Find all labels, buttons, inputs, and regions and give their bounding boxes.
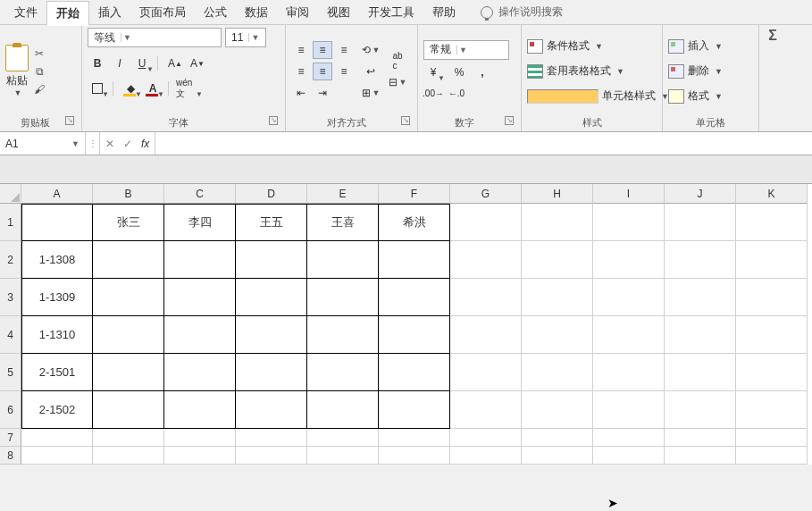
font-dialog-launcher[interactable]: ↘ [269, 116, 278, 125]
cell[interactable] [450, 429, 522, 447]
alignment-dialog-launcher[interactable]: ↘ [401, 116, 410, 125]
copy-button[interactable]: ⧉ [32, 65, 46, 78]
increase-indent-button[interactable]: ⇥ [313, 84, 332, 102]
cell-styles-button[interactable]: 单元格样式▼ [527, 85, 669, 108]
cell[interactable] [236, 316, 307, 354]
conditional-formatting-button[interactable]: 条件格式▼ [527, 35, 669, 58]
ab-wrap-button[interactable]: abc [388, 52, 407, 70]
cell[interactable] [665, 241, 736, 279]
col-header-I[interactable]: I [593, 184, 665, 204]
cell[interactable] [93, 241, 164, 279]
cell[interactable] [236, 429, 307, 447]
cell[interactable] [665, 316, 736, 354]
cell[interactable] [93, 354, 164, 391]
cell[interactable] [593, 241, 665, 279]
cell[interactable] [164, 391, 236, 429]
menu-help[interactable]: 帮助 [423, 1, 465, 24]
cell[interactable] [379, 241, 450, 279]
cell[interactable]: 1-1309 [21, 279, 93, 316]
row-header[interactable]: 1 [0, 204, 21, 241]
cell[interactable] [93, 447, 164, 465]
cell[interactable] [450, 354, 522, 391]
cell[interactable] [593, 316, 665, 354]
col-header-B[interactable]: B [93, 184, 164, 204]
align-left-button[interactable]: ≡ [291, 63, 311, 80]
cell[interactable] [593, 204, 665, 241]
col-header-G[interactable]: G [450, 184, 522, 204]
col-header-C[interactable]: C [164, 184, 236, 204]
cell[interactable] [736, 241, 808, 279]
cell[interactable] [736, 447, 808, 465]
cell[interactable] [522, 204, 593, 241]
cell[interactable] [593, 354, 665, 391]
cell[interactable] [736, 391, 808, 429]
menu-file[interactable]: 文件 [5, 1, 46, 24]
insert-cells-button[interactable]: 插入▼ [668, 35, 723, 58]
cell[interactable] [665, 429, 736, 447]
cell[interactable] [593, 429, 665, 447]
enter-formula-button[interactable]: ✓ [123, 138, 132, 150]
cell[interactable] [21, 447, 93, 465]
menu-review[interactable]: 审阅 [277, 1, 318, 24]
cell[interactable]: 2-1502 [21, 391, 93, 429]
cell[interactable] [593, 279, 665, 316]
cell[interactable] [665, 447, 736, 465]
cell[interactable] [164, 316, 236, 354]
col-header-H[interactable]: H [522, 184, 593, 204]
cell[interactable] [522, 391, 593, 429]
cell[interactable]: 张三 [93, 204, 164, 241]
row-header[interactable]: 7 [0, 429, 21, 447]
cell[interactable] [522, 429, 593, 447]
cell[interactable] [736, 316, 808, 354]
col-header-F[interactable]: F [379, 184, 450, 204]
name-box[interactable]: A1▼ [0, 132, 86, 155]
clipboard-dialog-launcher[interactable]: ↘ [65, 116, 74, 125]
col-header-K[interactable]: K [736, 184, 808, 204]
cell[interactable] [93, 429, 164, 447]
cell[interactable] [379, 391, 450, 429]
percent-button[interactable]: % [449, 63, 469, 81]
cell[interactable] [307, 354, 379, 391]
insert-function-button[interactable]: fx [141, 138, 149, 150]
align-middle-button[interactable]: ≡ [313, 41, 332, 59]
cell[interactable] [379, 429, 450, 447]
row-header[interactable]: 4 [0, 316, 21, 354]
cell[interactable] [164, 279, 236, 316]
align-right-button[interactable]: ≡ [334, 63, 354, 80]
cell[interactable] [665, 279, 736, 316]
cell[interactable] [164, 447, 236, 465]
cell[interactable] [736, 204, 808, 241]
bold-button[interactable]: B [88, 54, 107, 72]
cell[interactable] [736, 429, 808, 447]
currency-button[interactable]: ¥▼ [423, 63, 443, 81]
menu-data[interactable]: 数据 [236, 1, 277, 24]
tell-me-search[interactable]: 操作说明搜索 [481, 4, 563, 20]
cell[interactable] [522, 354, 593, 391]
cell[interactable] [93, 316, 164, 354]
font-size-combo[interactable]: 11▼ [225, 28, 266, 47]
increase-decimal-button[interactable]: .00→ [423, 85, 443, 103]
cell[interactable] [379, 316, 450, 354]
cell[interactable] [450, 391, 522, 429]
cell[interactable] [593, 447, 665, 465]
cell[interactable] [236, 447, 307, 465]
col-header-D[interactable]: D [236, 184, 307, 204]
merge-center-button[interactable]: ⊟▼ [388, 73, 407, 91]
italic-button[interactable]: I [110, 54, 130, 72]
cell[interactable] [665, 391, 736, 429]
row-header[interactable]: 3 [0, 279, 21, 316]
orientation-button[interactable]: ⟲▼ [361, 41, 381, 59]
cell[interactable] [307, 447, 379, 465]
cell[interactable]: 李四 [164, 204, 236, 241]
phonetic-button[interactable]: wén 文▼ [176, 80, 201, 97]
name-box-expand[interactable]: ⋮ [86, 132, 100, 155]
merge-button[interactable]: ⊞▼ [361, 84, 381, 102]
cell[interactable] [379, 354, 450, 391]
underline-button[interactable]: U▼ [132, 54, 152, 72]
row-header[interactable]: 8 [0, 447, 21, 465]
cell[interactable]: 希洪 [379, 204, 450, 241]
cell[interactable]: 2-1501 [21, 354, 93, 391]
cell[interactable] [450, 447, 522, 465]
cancel-formula-button[interactable]: ✕ [105, 138, 114, 150]
cell[interactable] [450, 279, 522, 316]
